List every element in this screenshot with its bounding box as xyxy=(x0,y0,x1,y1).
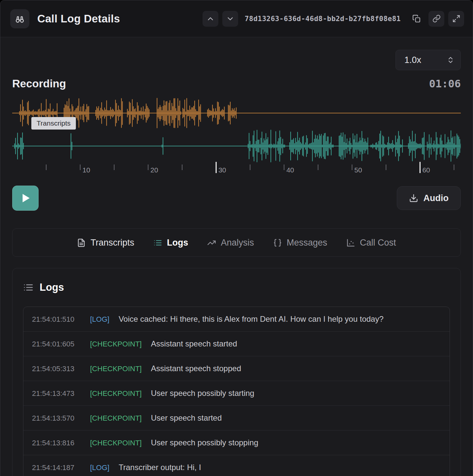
expand-button[interactable] xyxy=(448,11,464,27)
log-message: Assistant speech started xyxy=(151,339,237,348)
log-timestamp: 21:54:13:473 xyxy=(32,389,81,398)
transcripts-tooltip: Transcripts xyxy=(31,117,76,130)
svg-text:10: 10 xyxy=(82,166,90,174)
main-content: 1.0x Recording 01:06 102030405060 Transc… xyxy=(0,37,473,476)
log-row: 21:54:01:605[CHECKPOINT]Assistant speech… xyxy=(23,331,450,356)
next-call-button[interactable] xyxy=(222,11,238,27)
playback-time: 01:06 xyxy=(429,77,461,90)
speed-row: 1.0x xyxy=(12,50,461,70)
call-log-details-window: Call Log Details 78d13263-636d-46d8-bb2d… xyxy=(0,0,473,476)
tab-bar-inner: TranscriptsLogsAnalysisMessagesCall Cost xyxy=(77,238,396,248)
tab-call-cost[interactable]: Call Cost xyxy=(346,238,396,248)
previous-call-button[interactable] xyxy=(203,11,218,27)
log-message: Assistant speech stopped xyxy=(151,364,241,373)
maximize-icon xyxy=(452,15,460,23)
copy-icon xyxy=(412,15,421,23)
log-tag: [CHECKPOINT] xyxy=(90,439,142,447)
log-row: 21:54:05:313[CHECKPOINT]Assistant speech… xyxy=(23,356,450,381)
log-timestamp: 21:54:13:570 xyxy=(32,414,81,423)
tab-label: Call Cost xyxy=(360,238,396,248)
chevrons-up-down-icon xyxy=(447,56,455,64)
log-row: 21:54:13:473[CHECKPOINT]User speech poss… xyxy=(23,381,450,405)
list-icon xyxy=(153,238,162,247)
log-timestamp: 21:54:14:187 xyxy=(32,463,81,472)
log-tag: [CHECKPOINT] xyxy=(90,365,142,373)
play-icon xyxy=(20,193,31,204)
log-tag: [CHECKPOINT] xyxy=(90,340,142,348)
tab-transcripts[interactable]: Transcripts xyxy=(77,238,134,248)
log-message: Transcriber output: Hi, I xyxy=(119,463,201,472)
log-message: Voice cached: Hi there, this is Alex fro… xyxy=(119,314,384,324)
tab-label: Transcripts xyxy=(90,238,134,248)
log-timestamp: 21:54:01:605 xyxy=(32,340,81,348)
copy-link-button[interactable] xyxy=(428,11,444,27)
log-row: 21:54:13:570[CHECKPOINT]User speech star… xyxy=(23,405,450,430)
log-tag: [LOG] xyxy=(90,463,110,472)
tab-logs[interactable]: Logs xyxy=(153,238,188,248)
log-row: 21:54:01:510[LOG]Voice cached: Hi there,… xyxy=(23,307,450,331)
logs-panel: Logs 21:54:01:510[LOG]Voice cached: Hi t… xyxy=(12,268,461,476)
binoculars-icon xyxy=(10,9,29,28)
scatter-icon xyxy=(346,238,355,247)
braces-icon xyxy=(273,238,282,247)
log-row: 21:54:14:187[LOG]Transcriber output: Hi,… xyxy=(23,455,450,476)
download-icon xyxy=(409,193,418,203)
recording-row: Recording 01:06 xyxy=(12,77,461,90)
log-tag: [LOG] xyxy=(90,315,110,324)
audio-download-button[interactable]: Audio xyxy=(397,186,461,210)
chevron-down-icon xyxy=(226,15,235,23)
trend-icon xyxy=(207,238,216,247)
tab-label: Logs xyxy=(167,238,188,248)
tab-label: Analysis xyxy=(221,238,254,248)
audio-button-label: Audio xyxy=(424,193,449,203)
log-row: 21:54:13:816[CHECKPOINT]User speech poss… xyxy=(23,430,450,455)
svg-text:20: 20 xyxy=(150,166,158,174)
log-entries: 21:54:01:510[LOG]Voice cached: Hi there,… xyxy=(23,307,450,476)
log-timestamp: 21:54:05:313 xyxy=(32,365,81,373)
chevron-up-icon xyxy=(206,15,215,23)
logs-title: Logs xyxy=(40,282,64,293)
link-icon xyxy=(432,15,441,23)
log-tag: [CHECKPOINT] xyxy=(90,389,142,398)
logs-panel-header: Logs xyxy=(23,282,450,293)
log-message: User speech possibly starting xyxy=(151,389,254,398)
call-id: 78d13263-636d-46d8-bb2d-b27fb8f08e81 xyxy=(245,15,401,23)
playback-speed-value: 1.0x xyxy=(404,55,421,65)
controls-row: Audio xyxy=(12,186,461,211)
header: Call Log Details 78d13263-636d-46d8-bb2d… xyxy=(0,0,473,37)
log-timestamp: 21:54:01:510 xyxy=(32,315,81,324)
svg-text:60: 60 xyxy=(422,166,430,174)
log-message: User speech possibly stopping xyxy=(151,438,258,447)
copy-button[interactable] xyxy=(409,11,425,27)
tab-messages[interactable]: Messages xyxy=(273,238,327,248)
log-timestamp: 21:54:13:816 xyxy=(32,439,81,447)
svg-text:50: 50 xyxy=(354,166,362,174)
waveform-svg: 102030405060 xyxy=(12,95,461,178)
page-title: Call Log Details xyxy=(37,13,120,25)
header-actions: 78d13263-636d-46d8-bb2d-b27fb8f08e81 xyxy=(203,11,464,27)
list-icon xyxy=(23,282,34,293)
recording-title: Recording xyxy=(12,77,66,90)
svg-text:30: 30 xyxy=(218,166,226,174)
tab-label: Messages xyxy=(287,238,327,248)
log-message: User speech started xyxy=(151,413,222,423)
tab-analysis[interactable]: Analysis xyxy=(207,238,254,248)
log-tag: [CHECKPOINT] xyxy=(90,414,142,423)
play-button[interactable] xyxy=(12,186,39,211)
tab-bar: TranscriptsLogsAnalysisMessagesCall Cost xyxy=(12,228,461,257)
svg-text:40: 40 xyxy=(286,166,294,174)
waveform[interactable]: 102030405060 Transcripts xyxy=(12,95,461,178)
playback-speed-select[interactable]: 1.0x xyxy=(395,50,461,70)
file-text-icon xyxy=(77,238,86,247)
